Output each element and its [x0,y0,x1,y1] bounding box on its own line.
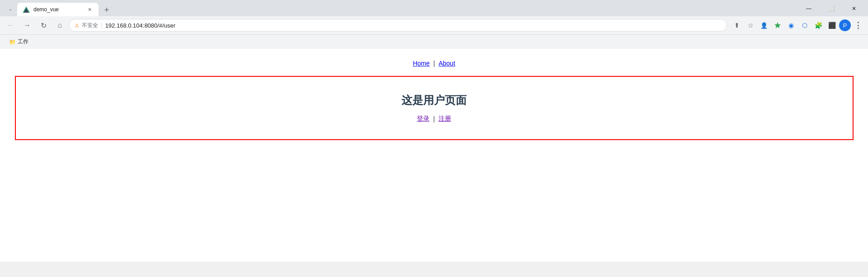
tab-close-button[interactable]: ✕ [86,6,93,13]
security-label: 不安全 [82,22,98,29]
bookmark-favicon: 📁 [9,39,16,45]
page-heading: 这是用户页面 [401,93,467,108]
tab-favicon [23,6,30,13]
page-content: Home | About 这是用户页面 登录 | 注册 [0,49,868,262]
menu-button[interactable]: ⋮ [852,19,864,32]
back-button[interactable]: ← [4,18,18,33]
extension-icon-3[interactable]: ◉ [785,19,797,32]
bookmark-label: 工作 [18,38,28,46]
active-tab[interactable]: demo_vue ✕ [17,3,99,16]
close-button[interactable]: ✕ [844,1,864,16]
new-tab-button[interactable]: + [100,4,113,16]
nav-separator: | [434,60,435,67]
address-bar-row: ← → ↻ ⌂ ⚠ 不安全 | 192.168.0.104:8080/#/use… [0,16,868,34]
dropdown-icon: ⌄ [9,6,12,11]
extension-icon-1[interactable]: 👤 [758,19,770,32]
login-link[interactable]: 登录 [417,115,429,123]
about-nav-link[interactable]: About [439,60,455,67]
svg-marker-2 [774,22,781,28]
minimize-button[interactable]: — [798,1,819,16]
address-separator: | [101,22,103,29]
toolbar-icons: ⬆ ☆ 👤 ◉ ⬡ 🧩 ⬛ P ⋮ [731,19,864,32]
extension-icon-4[interactable]: ⬡ [798,19,811,32]
bookmark-icon-button[interactable]: ☆ [744,19,757,32]
bookmark-item-work[interactable]: 📁 工作 [5,37,32,47]
register-link[interactable]: 注册 [439,115,451,123]
window-controls: — ⬜ ✕ [798,1,864,16]
main-content-box: 这是用户页面 登录 | 注册 [15,76,854,140]
home-button[interactable]: ⌂ [52,18,67,33]
refresh-button[interactable]: ↻ [36,18,51,33]
address-bar[interactable]: ⚠ 不安全 | 192.168.0.104:8080/#/user [69,19,727,32]
extension-icon-6[interactable]: ⬛ [826,19,838,32]
extension-icon-5[interactable]: 🧩 [812,19,825,32]
address-url: 192.168.0.104:8080/#/user [105,22,721,29]
home-nav-link[interactable]: Home [413,60,429,67]
tab-bar: ⌄ demo_vue ✕ + — ⬜ ✕ [0,0,868,16]
site-nav: Home | About [413,49,455,76]
extension-icon-2[interactable] [771,19,784,32]
browser-chrome: ⌄ demo_vue ✕ + — ⬜ ✕ ← → ↻ ⌂ ⚠ 不安全 | [0,0,868,49]
tab-title: demo_vue [33,6,82,13]
bookmarks-bar: 📁 工作 [0,34,868,49]
maximize-button[interactable]: ⬜ [821,1,842,16]
share-icon-button[interactable]: ⬆ [731,19,743,32]
forward-button[interactable]: → [20,18,34,33]
action-links: 登录 | 注册 [417,115,451,123]
dropdown-area[interactable]: ⌄ [4,1,17,16]
action-separator: | [433,115,435,122]
security-icon: ⚠ [75,23,79,28]
profile-button[interactable]: P [839,19,851,31]
